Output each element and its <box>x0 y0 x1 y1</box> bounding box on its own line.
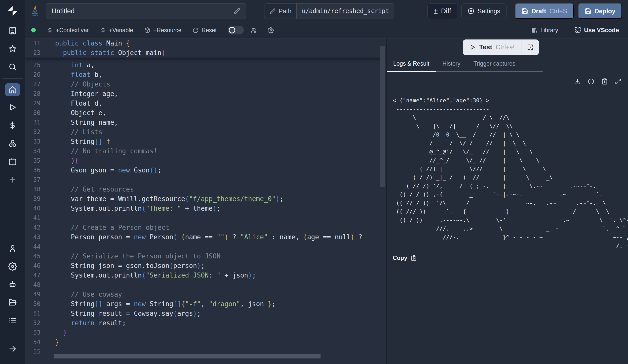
result-actions <box>387 72 628 85</box>
sidebar-item-settings[interactable] <box>0 258 25 276</box>
indent-guide <box>96 58 96 334</box>
code-line: 36 Gson gson = new Gson(); <box>25 165 386 175</box>
path-label[interactable]: Path <box>264 4 296 19</box>
content: 25 int a,26 float b,27 // Objects28 Inte… <box>25 38 628 364</box>
users-icon <box>250 27 257 33</box>
line-number: 48 <box>25 280 55 290</box>
user-icon <box>8 244 17 253</box>
add-resource-button[interactable]: +Resource <box>144 27 181 34</box>
line-number: 45 <box>25 251 55 261</box>
add-variable-button[interactable]: +Variable <box>100 27 133 34</box>
panel-tabs-row: Logs & ResultHistoryTrigger captures <box>387 56 628 72</box>
download-icon[interactable] <box>574 78 581 85</box>
code-line: 26 float b, <box>25 70 386 79</box>
line-number: 29 <box>25 99 55 108</box>
code-line: 53 } <box>25 328 386 337</box>
sidebar-item-folders[interactable] <box>0 294 25 312</box>
draft-button[interactable]: Draft Ctrl+S <box>515 3 574 19</box>
line-number: 39 <box>25 194 55 204</box>
package-icon <box>144 27 150 33</box>
windmill-logo[interactable] <box>0 0 25 22</box>
sidebar-item-workspace[interactable] <box>0 22 25 40</box>
use-vscode-button[interactable]: Use VScode <box>574 27 619 34</box>
sidebar <box>0 0 25 364</box>
windmill-logo-icon <box>7 5 18 17</box>
code-line: 51 String result = Cowsay.say(args); <box>25 309 386 318</box>
deploy-button[interactable]: Deploy <box>578 3 622 19</box>
sidebar-item-runs[interactable] <box>0 99 25 117</box>
assistant-toggle[interactable] <box>228 26 244 34</box>
code-line: 39 var theme = Wmill.getResource("f/app_… <box>25 194 386 204</box>
code-line: 43 Person person = new Person( (name == … <box>25 232 386 242</box>
horizontal-scrollbar[interactable] <box>54 354 321 358</box>
info-icon[interactable] <box>588 78 594 85</box>
diff-button[interactable]: ± Diff <box>427 3 457 19</box>
test-row: Test Ctrl+↵ <box>387 38 628 56</box>
sidebar-item-favorites[interactable] <box>0 40 25 58</box>
code-line: 27 // Objects <box>25 79 386 89</box>
expand-icon[interactable] <box>615 78 621 85</box>
line-number: 37 <box>25 175 55 185</box>
cat-icon <box>574 27 581 34</box>
path-input[interactable]: u/admin/refreshed_script <box>296 4 394 19</box>
test-button[interactable]: Test Ctrl+↵ <box>463 39 522 55</box>
line-number: 50 <box>25 299 55 309</box>
plus-minus-icon: ± <box>434 8 438 15</box>
building-icon <box>8 26 17 35</box>
sidebar-item-resources[interactable] <box>0 135 25 153</box>
sidebar-footer-group <box>0 340 25 358</box>
line-number: 11 <box>25 38 55 48</box>
script-title-input[interactable]: Untitled <box>46 3 246 19</box>
capture-test-button[interactable] <box>522 39 539 55</box>
line-number: 33 <box>25 137 55 146</box>
line-number: 53 <box>25 328 55 337</box>
clipboard-icon[interactable] <box>601 78 608 85</box>
sidebar-item-add[interactable] <box>0 171 25 189</box>
code-line: 34 // No trailing commas! <box>25 146 386 156</box>
editor-toolbar: +Context var +Variable +Resource Reset <box>25 22 628 38</box>
code-line: 31 String name, <box>25 118 386 127</box>
windmill-script-editor: Java Untitled Path u/admin/refreshed_scr… <box>0 0 628 364</box>
line-number: 26 <box>25 70 55 79</box>
sidebar-item-variables[interactable] <box>0 117 25 135</box>
sidebar-item-workers[interactable] <box>0 276 25 294</box>
sidebar-item-search[interactable] <box>0 58 25 76</box>
sidebar-item-users[interactable] <box>0 240 25 258</box>
tab-logs-result[interactable]: Logs & Result <box>387 56 436 72</box>
edit-title-icon[interactable] <box>233 8 240 15</box>
panel-tabs: Logs & ResultHistoryTrigger captures <box>387 56 543 72</box>
sidebar-item-audit-logs[interactable] <box>0 312 25 330</box>
gear-icon <box>468 8 474 14</box>
code-line: 47 System.out.println("Serialized JSON: … <box>25 270 386 280</box>
java-language-icon: Java <box>30 6 40 16</box>
bot-icon <box>8 280 17 289</box>
tab-history[interactable]: History <box>436 56 467 72</box>
code-line: 45 // Serialize the Person object to JSO… <box>25 251 386 261</box>
copy-button[interactable]: Copy <box>387 250 628 266</box>
sidebar-item-schedules[interactable] <box>0 153 25 171</box>
vertical-scrollbar[interactable] <box>380 46 385 187</box>
tab-trigger-captures[interactable]: Trigger captures <box>467 56 522 72</box>
reset-button[interactable]: Reset <box>192 27 217 34</box>
sidebar-main-group <box>0 81 25 189</box>
search-icon <box>8 63 17 71</box>
list-icon <box>8 316 17 325</box>
line-number: 25 <box>25 60 55 70</box>
code-editor[interactable]: 25 int a,26 float b,27 // Objects28 Inte… <box>25 38 386 364</box>
settings-button[interactable]: Settings <box>461 3 506 19</box>
sidebar-top-group <box>0 22 25 76</box>
line-number: 27 <box>25 79 55 89</box>
editor-settings-button[interactable] <box>268 27 274 33</box>
sidebar-item-home[interactable] <box>0 81 25 99</box>
line-number: 31 <box>25 118 55 127</box>
arrowRight-icon <box>8 345 17 353</box>
line-number: 40 <box>25 204 55 213</box>
add-context-var-button[interactable]: +Context var <box>47 27 89 34</box>
collaboration-button[interactable] <box>250 27 257 33</box>
library-button[interactable]: Library <box>531 27 558 34</box>
code-lines: 25 int a,26 float b,27 // Objects28 Inte… <box>25 58 386 356</box>
code-line: 46 String json = gson.toJson(person); <box>25 261 386 270</box>
sidebar-item-collapse[interactable] <box>0 340 25 358</box>
code-line: 48 <box>25 280 386 290</box>
library-icon <box>531 27 538 33</box>
